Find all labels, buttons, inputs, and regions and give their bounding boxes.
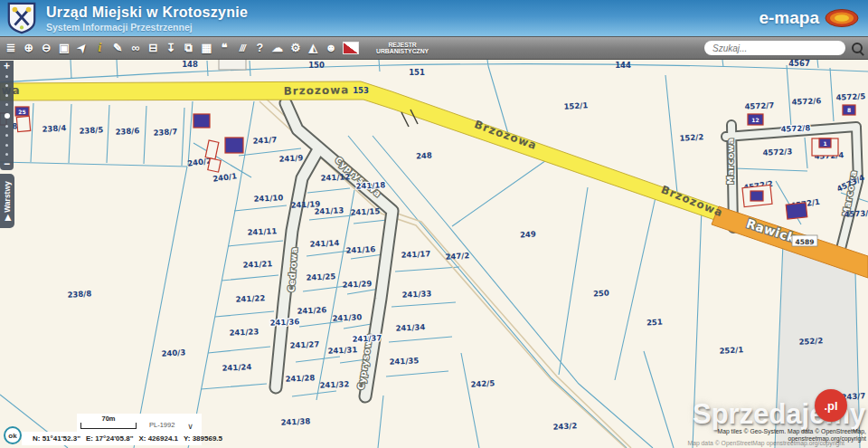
emapa-gis-viewer: Urząd Miejski w Krotoszynie System Infor… — [0, 0, 868, 448]
help-icon[interactable]: ? — [253, 38, 266, 58]
parcel-label: 241/31 — [327, 345, 357, 356]
scale-bar: 70m — [80, 423, 137, 429]
app-header: Urząd Miejski w Krotoszynie System Infor… — [0, 0, 868, 36]
measure-icon[interactable]: /// — [236, 38, 249, 58]
urban-flag-icon[interactable] — [343, 42, 359, 54]
parcel-label: 238/4 — [42, 123, 66, 133]
parcel-label: 240/3 — [161, 348, 185, 357]
parcel-label: 241/37 — [352, 333, 382, 344]
zoom-track[interactable] — [5, 72, 10, 158]
parcel-label: 241/9 — [278, 153, 303, 163]
parcel-label: 252/2 — [798, 336, 823, 346]
cloud-icon[interactable]: ☁ — [271, 38, 284, 58]
parcel-label: 243/7 — [841, 391, 865, 401]
chevron-down-icon[interactable]: ∨ — [187, 423, 193, 430]
search-input[interactable] — [704, 41, 845, 55]
building-icon: 12 — [748, 114, 763, 125]
parcel-label: 241/27 — [289, 339, 319, 350]
emapa-globe-logo — [825, 9, 859, 27]
parcel-label: 241/32 — [319, 379, 349, 390]
draw-icon[interactable]: ✎ — [111, 38, 124, 58]
parcel-label: 4573/1 — [844, 208, 868, 219]
coord-n: N: 51°41'52.3" — [33, 434, 80, 443]
parcel-label: 241/35 — [389, 356, 419, 367]
select-area-icon[interactable]: ▣ — [58, 38, 71, 58]
main-toolbar: ≣⊕⊖▣➤i✎∞⊟↧⧉▦❝///?☁⚙◭☻ REJESTR URBANISTYC… — [0, 36, 868, 60]
parcel-label: 241/17 — [401, 249, 430, 260]
scale-distance: 70m — [81, 415, 136, 423]
zoom-slider: + − — [0, 61, 14, 170]
toolbar-icons: ≣⊕⊖▣➤i✎∞⊟↧⧉▦❝///?☁⚙◭☻ — [0, 38, 363, 58]
building-icon — [750, 191, 763, 201]
parcel-label: 241/11 — [247, 226, 277, 237]
page-subtitle: System Informacji Przestrzennej — [46, 22, 759, 33]
parcel-label: 241/13 — [314, 205, 344, 216]
pointer-icon[interactable]: ➤ — [71, 37, 94, 60]
parcel-label: 144 — [615, 61, 631, 70]
ok-button[interactable]: ok — [4, 426, 22, 444]
parcel-label: 248 — [416, 151, 432, 161]
parcel-label: 150 — [308, 61, 325, 70]
parcel-label: 238/7 — [153, 127, 177, 137]
copy-icon[interactable]: ⧉ — [183, 38, 195, 58]
svg-text:4589: 4589 — [796, 238, 815, 246]
layers-panel-tab[interactable]: ▶ Warstwy — [0, 174, 14, 228]
svg-text:8: 8 — [847, 107, 851, 113]
parcel-label: 242/5 — [470, 378, 495, 388]
zoom-out-icon[interactable]: ⊖ — [40, 38, 52, 58]
coordinates-bar: N: 51°41'52.3" E: 17°24'05.8" X: 426924.… — [22, 432, 202, 445]
road-number-plate: 4589 — [792, 235, 817, 246]
zoom-in-icon[interactable]: ⊕ — [23, 38, 35, 58]
parcel-label: 241/28 — [285, 373, 315, 384]
urban-register-button[interactable]: REJESTR URBANISTYCZNY — [376, 42, 429, 55]
parcel-label: 4572/6 — [791, 96, 821, 107]
street-label: Brzozowa — [283, 83, 349, 97]
map-canvas[interactable]: waBrzozowaBrzozowaBrzozowaRawickaMarcowa… — [0, 60, 868, 448]
svg-text:12: 12 — [751, 117, 759, 123]
building-icon — [193, 114, 210, 128]
layers-icon[interactable]: ≣ — [5, 38, 17, 58]
tab-arrow-icon: ▶ — [3, 214, 12, 221]
panels-icon[interactable]: ▦ — [200, 38, 212, 58]
parcel-label: 4572/5 — [835, 91, 865, 102]
building-icon — [219, 60, 246, 70]
page-title: Urząd Miejski w Krotoszynie — [46, 5, 759, 21]
parcel-label: 241/23 — [229, 327, 259, 338]
parcel-label: 238/6 — [115, 126, 139, 136]
parcel-label: 4572/3 — [762, 147, 792, 157]
print-icon[interactable]: ⊟ — [146, 38, 159, 58]
building-icon — [786, 203, 807, 219]
parcel-label: 241/36 — [269, 317, 299, 328]
parcel-label: 152/2 — [679, 132, 703, 142]
map-attribution: Map tiles © Geo-System. Map data © OpenS… — [687, 428, 866, 447]
parcel-label: 152/1 — [563, 100, 588, 110]
search-icon[interactable] — [852, 43, 863, 53]
city-crest-logo — [6, 2, 37, 34]
parcel-label: 241/26 — [297, 305, 326, 316]
parcel-label: 241/10 — [253, 193, 283, 204]
crs-selector[interactable]: PL-1992 — [149, 421, 175, 429]
zoom-out-button[interactable]: − — [4, 158, 10, 170]
building-icon — [208, 158, 221, 172]
coord-e: E: 17°24'05.8" — [86, 434, 133, 443]
settings-icon[interactable]: ⚙ — [289, 38, 302, 58]
zoom-in-button[interactable]: + — [4, 61, 10, 72]
building-icon: 25 — [15, 107, 29, 116]
compare-icon[interactable]: ◭ — [307, 38, 319, 58]
download-icon[interactable]: ↧ — [165, 38, 177, 58]
coord-y: Y: 389569.5 — [184, 434, 222, 443]
info-icon[interactable]: i — [93, 38, 106, 58]
link-icon[interactable]: ∞ — [129, 38, 142, 58]
parcel-label: 247/2 — [445, 251, 469, 261]
parcel-label: 241/38 — [280, 416, 310, 427]
parcel-label: 241/21 — [242, 259, 272, 270]
search-box — [704, 41, 863, 55]
message-icon[interactable]: ❝ — [218, 38, 231, 58]
building-icon: 8 — [843, 105, 855, 115]
parcel-label: 241/16 — [345, 244, 375, 255]
profile-icon[interactable]: ☻ — [325, 38, 337, 58]
zoom-handle[interactable] — [5, 113, 10, 119]
building-icon — [16, 116, 30, 131]
parcel-label: 250 — [593, 289, 609, 299]
parcel-label: 241/12 — [320, 172, 350, 183]
